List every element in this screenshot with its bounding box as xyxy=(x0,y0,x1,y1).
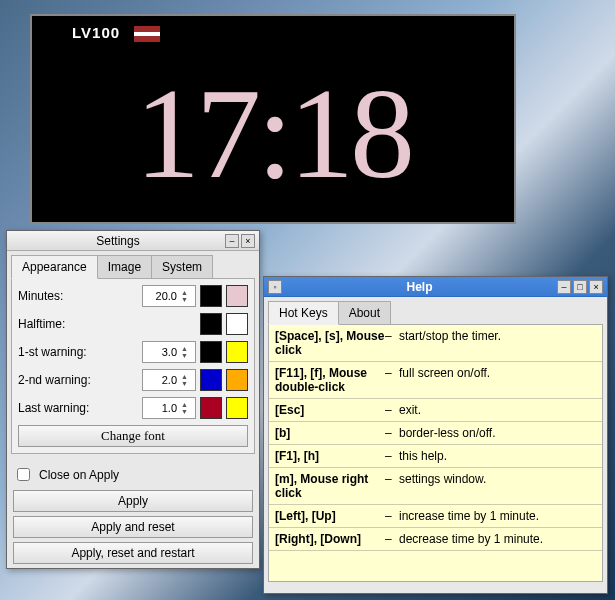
flag-icon xyxy=(134,26,160,42)
color-warn1-b[interactable] xyxy=(226,341,248,363)
hotkey-key: [F1], [h] xyxy=(275,449,385,463)
hotkey-row: [Left], [Up]–increase time by 1 minute. xyxy=(269,505,602,528)
close-icon[interactable]: × xyxy=(589,280,603,294)
maximize-icon[interactable]: □ xyxy=(573,280,587,294)
warn2-input[interactable] xyxy=(145,373,179,387)
dash: – xyxy=(385,403,399,417)
settings-window: Settings – × Appearance Image System Min… xyxy=(6,230,260,569)
dash: – xyxy=(385,329,399,357)
hotkey-key: [F11], [f], Mouse double-click xyxy=(275,366,385,394)
settings-titlebar[interactable]: Settings – × xyxy=(7,231,259,251)
label-warn2: 2-nd warning: xyxy=(18,373,138,387)
hotkey-desc: this help. xyxy=(399,449,596,463)
time-display: 17:18 xyxy=(32,44,514,222)
hotkey-row: [m], Mouse right click–settings window. xyxy=(269,468,602,505)
hotkey-key: [b] xyxy=(275,426,385,440)
settings-content: Minutes: ▲▼ Halftime: 1-st warning: ▲▼ 2… xyxy=(11,278,255,454)
hotkey-row: [F11], [f], Mouse double-click–full scre… xyxy=(269,362,602,399)
lastwarn-input[interactable] xyxy=(145,401,179,415)
warn1-input[interactable] xyxy=(145,345,179,359)
label-halftime: Halftime: xyxy=(18,317,138,331)
chevron-updown-icon[interactable]: ▲▼ xyxy=(181,373,191,387)
chevron-updown-icon[interactable]: ▲▼ xyxy=(181,345,191,359)
tab-system[interactable]: System xyxy=(151,255,213,279)
minimize-icon[interactable]: – xyxy=(557,280,571,294)
help-titlebar[interactable]: ◦ Help – □ × xyxy=(264,277,607,297)
row-lastwarn: Last warning: ▲▼ xyxy=(18,397,248,419)
spin-lastwarn[interactable]: ▲▼ xyxy=(142,397,196,419)
apply-reset-restart-button[interactable]: Apply, reset and restart xyxy=(13,542,253,564)
color-lastwarn-b[interactable] xyxy=(226,397,248,419)
spin-warn1[interactable]: ▲▼ xyxy=(142,341,196,363)
color-warn1-a[interactable] xyxy=(200,341,222,363)
color-lastwarn-a[interactable] xyxy=(200,397,222,419)
hotkey-desc: decrease time by 1 minute. xyxy=(399,532,596,546)
help-title: Help xyxy=(407,280,433,294)
row-warn2: 2-nd warning: ▲▼ xyxy=(18,369,248,391)
spin-warn2[interactable]: ▲▼ xyxy=(142,369,196,391)
hotkey-row: [b]–border-less on/off. xyxy=(269,422,602,445)
change-font-button[interactable]: Change font xyxy=(18,425,248,447)
hotkey-row: [Esc]–exit. xyxy=(269,399,602,422)
dash: – xyxy=(385,449,399,463)
label-minutes: Minutes: xyxy=(18,289,138,303)
tab-image[interactable]: Image xyxy=(97,255,152,279)
tab-about[interactable]: About xyxy=(338,301,391,325)
window-menu-icon[interactable]: ◦ xyxy=(268,280,282,294)
label-lastwarn: Last warning: xyxy=(18,401,138,415)
hotkey-desc: increase time by 1 minute. xyxy=(399,509,596,523)
row-halftime: Halftime: xyxy=(18,313,248,335)
timer-panel: LV100 17:18 xyxy=(30,14,516,224)
hotkey-key: [Left], [Up] xyxy=(275,509,385,523)
hotkey-desc: border-less on/off. xyxy=(399,426,596,440)
hotkey-list[interactable]: [Space], [s], Mouse click–start/stop the… xyxy=(269,325,602,581)
logo-text: LV100 xyxy=(72,24,120,41)
color-halftime-b[interactable] xyxy=(226,313,248,335)
minutes-input[interactable] xyxy=(145,289,179,303)
row-minutes: Minutes: ▲▼ xyxy=(18,285,248,307)
dash: – xyxy=(385,509,399,523)
color-minutes-a[interactable] xyxy=(200,285,222,307)
help-window: ◦ Help – □ × Hot Keys About [Space], [s]… xyxy=(263,276,608,594)
dash: – xyxy=(385,472,399,500)
row-warn1: 1-st warning: ▲▼ xyxy=(18,341,248,363)
settings-tabs: Appearance Image System xyxy=(7,251,259,279)
minimize-icon[interactable]: – xyxy=(225,234,239,248)
close-on-apply-row: Close on Apply xyxy=(7,459,259,490)
close-icon[interactable]: × xyxy=(241,234,255,248)
hotkey-desc: settings window. xyxy=(399,472,596,500)
label-warn1: 1-st warning: xyxy=(18,345,138,359)
hotkey-desc: exit. xyxy=(399,403,596,417)
hotkey-key: [Right], [Down] xyxy=(275,532,385,546)
dash: – xyxy=(385,426,399,440)
close-on-apply-checkbox[interactable] xyxy=(17,468,30,481)
tab-hotkeys[interactable]: Hot Keys xyxy=(268,301,339,325)
color-halftime-a[interactable] xyxy=(200,313,222,335)
apply-reset-button[interactable]: Apply and reset xyxy=(13,516,253,538)
apply-button[interactable]: Apply xyxy=(13,490,253,512)
dash: – xyxy=(385,366,399,394)
hotkey-desc: full screen on/off. xyxy=(399,366,596,394)
spin-minutes[interactable]: ▲▼ xyxy=(142,285,196,307)
help-content: [Space], [s], Mouse click–start/stop the… xyxy=(268,324,603,582)
hotkey-key: [Space], [s], Mouse click xyxy=(275,329,385,357)
hotkey-key: [Esc] xyxy=(275,403,385,417)
color-warn2-b[interactable] xyxy=(226,369,248,391)
tab-appearance[interactable]: Appearance xyxy=(11,255,98,279)
hotkey-row: [F1], [h]–this help. xyxy=(269,445,602,468)
help-tabs: Hot Keys About xyxy=(264,297,607,325)
chevron-updown-icon[interactable]: ▲▼ xyxy=(181,289,191,303)
hotkey-key: [m], Mouse right click xyxy=(275,472,385,500)
color-warn2-a[interactable] xyxy=(200,369,222,391)
hotkey-row: [Space], [s], Mouse click–start/stop the… xyxy=(269,325,602,362)
dash: – xyxy=(385,532,399,546)
chevron-updown-icon[interactable]: ▲▼ xyxy=(181,401,191,415)
hotkey-row: [Right], [Down]–decrease time by 1 minut… xyxy=(269,528,602,551)
hotkey-desc: start/stop the timer. xyxy=(399,329,596,357)
close-on-apply-label: Close on Apply xyxy=(39,468,119,482)
color-minutes-b[interactable] xyxy=(226,285,248,307)
settings-title: Settings xyxy=(11,234,225,248)
